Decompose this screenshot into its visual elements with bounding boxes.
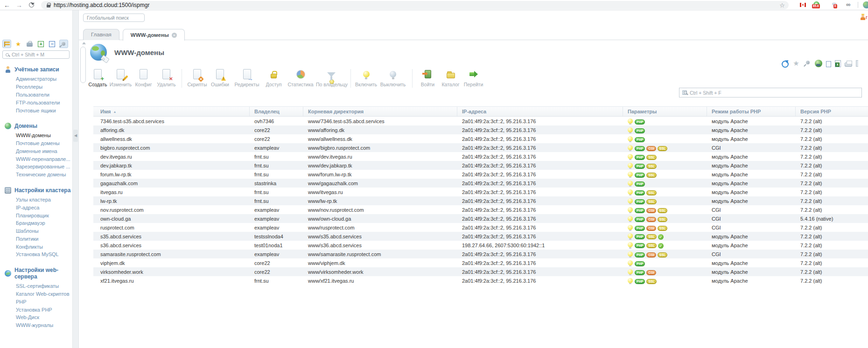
sidebar-item[interactable]: FTP-пользователи <box>0 98 72 106</box>
table-row[interactable]: gagauzhalk.comstastrinkawww/gagauzhalk.c… <box>93 179 868 188</box>
sidebar-item[interactable]: WWW-журналы <box>0 321 72 329</box>
sidebar-section-header-cluster-settings[interactable]: Настройки кластера <box>0 185 72 196</box>
collapse-sidebar-handle[interactable]: ◀ <box>73 130 78 142</box>
edit-button[interactable]: Изменить <box>109 68 132 87</box>
table-row[interactable]: afforing.dkcore22www/afforing.dk2a01:4f9… <box>93 125 868 134</box>
pin-menu-button[interactable] <box>59 40 68 48</box>
column-header[interactable]: Владелец <box>250 107 303 116</box>
sidebar-item[interactable]: Узлы кластера <box>0 196 72 204</box>
briefcase-button[interactable] <box>25 40 34 48</box>
sidebar-item[interactable]: Доменные имена <box>0 147 72 155</box>
copy-icon[interactable] <box>826 61 831 67</box>
address-bar[interactable]: https://hosting.abcd.cloud:1500/ispmgr ☆ <box>41 1 789 9</box>
print-icon[interactable] <box>845 63 852 67</box>
sidebar-item[interactable]: Каталог Web-скриптов <box>0 290 72 298</box>
browser-reload-icon[interactable] <box>29 2 34 7</box>
sidebar-section-header-domains[interactable]: Домены <box>0 121 72 132</box>
catalog-button[interactable]: Каталог <box>439 68 462 87</box>
sidebar-item[interactable]: Политики <box>0 235 72 243</box>
go-button[interactable]: Перейти <box>462 68 485 87</box>
sidebar-item[interactable]: Зарезервированные ... <box>0 163 72 171</box>
enable-button[interactable]: Включить <box>355 68 378 87</box>
table-row[interactable]: s36.abcd.servicestest01noda1www/s36.abcd… <box>93 241 868 250</box>
sidebar-item[interactable]: Брандмауэр <box>0 219 72 227</box>
sidebar-item[interactable]: Почтовые ящики <box>0 106 72 114</box>
table-row[interactable]: dev.jabkarp.tkfrnt.suwww/dev.jabkarp.tk2… <box>93 161 868 170</box>
excel-export-icon[interactable] <box>835 60 841 67</box>
config-button[interactable]: Конфиг <box>132 68 155 87</box>
sidebar-item[interactable]: Web-Диск <box>0 313 72 321</box>
favorites-button[interactable]: ★ <box>14 40 22 48</box>
browser-forward-icon[interactable]: → <box>16 0 22 10</box>
table-row[interactable]: xf21.itvegas.rufrnt.suwww/xf21.itvegas.r… <box>93 276 868 285</box>
table-row[interactable]: samarasite.rusprotect.comexampleavwww/sa… <box>93 250 868 258</box>
column-header[interactable]: Версия PHP <box>796 107 868 116</box>
sidebar-item[interactable]: SSL-сертификаты <box>0 282 72 290</box>
expand-all-button[interactable]: + <box>36 40 45 48</box>
column-header[interactable]: IP-адреса <box>457 107 623 116</box>
tab-home[interactable]: Главная <box>83 29 119 40</box>
sidebar-item[interactable]: WWW-домены <box>0 132 72 139</box>
tab-www-domains[interactable]: WWW-домены× <box>123 29 185 41</box>
refresh-icon[interactable] <box>781 60 789 67</box>
collapse-all-button[interactable]: − <box>48 40 56 48</box>
sidebar-item[interactable]: WWW-перенаправле... <box>0 155 72 163</box>
table-row[interactable]: viphjem.dkcore22www/viphjem.dk2a01:4f9:2… <box>93 258 868 267</box>
table-row[interactable]: lw-rp.tkfrnt.suwww/lw-rp.tk2a01:4f9:2a:3… <box>93 196 868 205</box>
world-icon[interactable] <box>815 60 822 67</box>
flag-extension-icon[interactable] <box>800 3 806 7</box>
sidebar-item[interactable]: Планировщик <box>0 211 72 219</box>
sidebar-item[interactable]: Реселлеры <box>0 83 72 91</box>
column-header[interactable]: Корневая директория <box>303 107 457 116</box>
column-header[interactable]: Параметры <box>623 107 707 116</box>
sidebar-item[interactable]: Пользователи <box>0 91 72 99</box>
sidebar-item[interactable]: Администраторы <box>0 75 72 83</box>
sidebar-item[interactable]: PHP <box>0 298 72 306</box>
sidebar-search-input[interactable]: Ctrl + Shift + M <box>2 50 70 59</box>
tree-view-button[interactable] <box>2 40 11 48</box>
close-icon[interactable]: × <box>172 33 177 38</box>
scripts-button[interactable]: Скрипты <box>186 68 209 87</box>
table-row[interactable]: bigbro.rusprotect.comexampleavwww/bigbro… <box>93 143 868 152</box>
sidebar-item[interactable]: Конфликты <box>0 243 72 251</box>
table-row[interactable]: rusprotect.comexampleavwww/rusprotect.co… <box>93 223 868 232</box>
create-button[interactable]: +Создать <box>86 68 109 87</box>
table-row[interactable]: forum.lw-rp.tkfrnt.suwww/forum.lw-rp.tk2… <box>93 170 868 179</box>
scroll-up-icon[interactable] <box>82 42 86 44</box>
table-row[interactable]: dev.itvegas.rufrnt.suwww/dev.itvegas.ru2… <box>93 152 868 161</box>
column-header[interactable]: Режим работы PHP <box>707 107 796 116</box>
table-row[interactable]: own-cloud.gaexampleavwww/own-cloud.ga2a0… <box>93 214 868 223</box>
browser-back-icon[interactable]: ← <box>4 0 10 10</box>
table-row[interactable]: 7346.test-s35.abcd.servicesovh7346www/73… <box>93 117 868 125</box>
sidebar-item[interactable]: IP-адреса <box>0 203 72 211</box>
statistics-button[interactable]: Статистика <box>285 68 316 87</box>
login-button[interactable]: Войти <box>416 68 439 87</box>
pin-icon[interactable] <box>804 60 811 67</box>
sidebar-item[interactable]: Шаблоны <box>0 227 72 235</box>
global-search-input[interactable]: Глобальный поиск <box>83 14 145 22</box>
table-row[interactable]: allwellness.dkcore22www/allwellness.dk2a… <box>93 134 868 143</box>
table-filter-input[interactable]: Ctrl + Shift + F <box>679 88 862 97</box>
sidebar-section-header-webserver-settings[interactable]: Настройки web-сервера <box>0 265 72 282</box>
infinity-extension-icon[interactable]: ∞ <box>846 1 850 8</box>
star-icon[interactable]: ★ <box>792 60 800 67</box>
sidebar-item[interactable]: Почтовые домены <box>0 139 72 147</box>
redirects-button[interactable]: →Редиректы <box>231 68 262 87</box>
access-button[interactable]: Доступ <box>262 68 285 87</box>
bookmark-star-icon[interactable]: ☆ <box>779 2 785 9</box>
table-row[interactable]: virksomheder.workcore22www/virksomheder.… <box>93 267 868 276</box>
url-text[interactable]: https://hosting.abcd.cloud:1500/ispmgr <box>54 2 149 8</box>
table-row[interactable]: itvegas.rufrnt.suwww/itvegas.ru2a01:4f9:… <box>93 188 868 196</box>
user-corner[interactable]: г <box>860 14 868 20</box>
content-scrollbar-thumb[interactable] <box>80 47 86 83</box>
sidebar-item[interactable]: Установка PHP <box>0 306 72 313</box>
table-row[interactable]: s35.abcd.servicestestsslnoda4www/s35.abc… <box>93 232 868 241</box>
sidebar-item[interactable]: Установка MySQL <box>0 251 72 258</box>
disable-button[interactable]: Выключить <box>378 68 408 87</box>
table-row[interactable]: nov.rusprotect.comexampleavwww/nov.ruspr… <box>93 205 868 214</box>
sidebar-item[interactable]: Технические домены <box>0 171 72 179</box>
sidebar-section-header-accounts[interactable]: Учётные записи <box>0 64 72 75</box>
delete-button[interactable]: ×Удалить <box>155 68 178 87</box>
by-owner-button[interactable]: По владельцу <box>316 68 347 87</box>
browser-avatar[interactable] <box>863 1 868 8</box>
